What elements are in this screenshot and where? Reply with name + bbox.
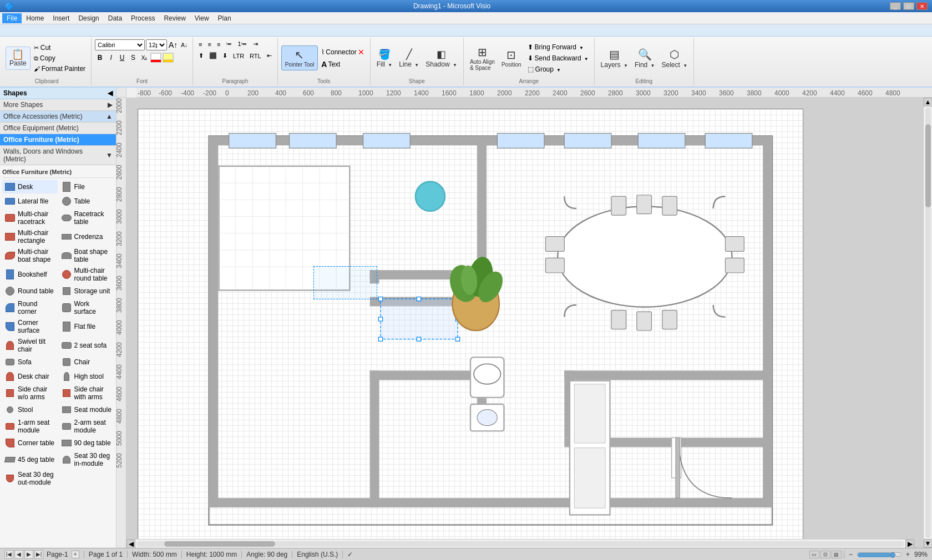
increase-font-btn[interactable]: A↑ [168, 40, 178, 50]
shape-multi-boat[interactable]: Multi-chair boat shape [2, 247, 58, 264]
decrease-font-btn[interactable]: A↓ [179, 40, 189, 50]
shape-file[interactable]: File [59, 180, 114, 194]
shape-seat-module[interactable]: Seat module [59, 403, 114, 416]
next-page-btn[interactable]: ▶ [24, 550, 33, 559]
shape-swivel-tilt[interactable]: Swivel tilt chair [2, 337, 58, 354]
subscript-button[interactable]: X₂ [139, 53, 149, 63]
shape-round-table[interactable]: Round table [2, 284, 58, 298]
find-button[interactable]: 🔍 Find ▼ [632, 46, 658, 70]
shape-desk-chair[interactable]: Desk chair [2, 370, 58, 383]
align-center-btn[interactable]: ≡ [206, 40, 214, 49]
zoom-slider[interactable] [857, 552, 901, 557]
scroll-left-btn[interactable]: ◀ [126, 539, 135, 548]
scroll-down-btn[interactable]: ▼ [924, 539, 933, 548]
h-scroll-thumb[interactable] [164, 541, 275, 547]
shape-high-stool[interactable]: High stool [59, 370, 114, 383]
menu-review[interactable]: Review [159, 13, 190, 23]
indent-btn[interactable]: ⇥ [251, 39, 260, 49]
scroll-right-btn[interactable]: ▶ [905, 539, 914, 548]
bring-forward-button[interactable]: ⬆ Bring Forward ▼ [525, 42, 591, 52]
font-name-select[interactable]: Calibri [95, 39, 145, 50]
shape-boat-table[interactable]: Boat shape table [59, 247, 114, 264]
valign-top-btn[interactable]: ⬆ [196, 51, 206, 60]
group-button[interactable]: ⬚ Group ▼ [525, 64, 591, 74]
layers-button[interactable]: ▤ Layers ▼ [598, 46, 631, 70]
maximize-btn[interactable]: □ [903, 2, 914, 10]
menu-design[interactable]: Design [74, 13, 103, 23]
page-view-btn[interactable]: ⊡ [820, 551, 830, 558]
shape-racetrack-table[interactable]: Racetrack table [59, 209, 114, 227]
valign-bot-btn[interactable]: ⬇ [220, 51, 230, 60]
text-button[interactable]: A Text [319, 59, 366, 70]
strikethrough-button[interactable]: S [128, 53, 138, 63]
sidebar-collapse-btn[interactable]: ◀ [108, 89, 113, 97]
sidebar-item-more-shapes[interactable]: More Shapes ▶ [0, 99, 116, 111]
send-backward-button[interactable]: ⬇ Send Backward ▼ [525, 53, 591, 63]
bold-button[interactable]: B [95, 53, 105, 63]
scroll-up-btn[interactable]: ▲ [924, 98, 933, 106]
prev-page-btn[interactable]: ◀ [14, 550, 23, 559]
shape-2-seat-sofa[interactable]: 2 seat sofa [59, 337, 114, 354]
shape-lateral-file[interactable]: Lateral file [2, 195, 58, 208]
menu-insert[interactable]: Insert [48, 13, 74, 23]
reading-view-btn[interactable]: ▤ [832, 551, 842, 558]
canvas-scroll[interactable]: ◀ ▶ [126, 98, 923, 548]
add-page-btn[interactable]: + [72, 551, 79, 558]
valign-mid-btn[interactable]: ⬛ [207, 51, 219, 60]
window-controls[interactable]: _ □ ✕ [890, 2, 928, 10]
v-scroll-track[interactable] [925, 108, 931, 538]
shape-sofa[interactable]: Sofa [2, 355, 58, 369]
shape-multi-racetrack[interactable]: Multi-chair racetrack [2, 209, 58, 227]
shape-45-deg-table[interactable]: 45 deg table [2, 451, 58, 469]
first-page-btn[interactable]: |◀ [4, 550, 13, 559]
sidebar-item-walls-doors[interactable]: Walls, Doors and Windows (Metric) ▼ [0, 146, 116, 165]
h-scrollbar[interactable]: ◀ ▶ [126, 539, 914, 548]
indent2-btn[interactable]: ⇤ [265, 51, 274, 60]
shape-work-surface[interactable]: Work surface [59, 299, 114, 317]
shape-chair[interactable]: Chair [59, 355, 114, 369]
cut-button[interactable]: ✂ Cut [32, 43, 88, 53]
shape-seat-30-in[interactable]: Seat 30 deg in-module [59, 451, 114, 469]
shape-table[interactable]: Table [59, 195, 114, 208]
zoom-in-btn[interactable]: + [904, 551, 912, 558]
close-btn[interactable]: ✕ [916, 2, 928, 10]
shape-side-chair-w[interactable]: Side chair with arms [59, 384, 114, 402]
font-color-btn[interactable] [150, 53, 161, 63]
italic-button[interactable]: I [106, 53, 116, 63]
menu-data[interactable]: Data [104, 13, 126, 23]
normal-view-btn[interactable]: ▭ [809, 551, 819, 558]
connector-close[interactable]: ✕ [358, 48, 364, 57]
menu-plan[interactable]: Plan [214, 13, 236, 23]
page-tab[interactable]: Page-1 [44, 551, 70, 558]
shape-side-chair-wo[interactable]: Side chair w/o arms [2, 384, 58, 402]
menu-home[interactable]: Home [22, 13, 48, 23]
line-button[interactable]: ╱ Line ▼ [396, 47, 422, 70]
v-scrollbar[interactable]: ▲ ▼ [923, 98, 932, 548]
last-page-btn[interactable]: ▶| [34, 550, 43, 559]
shape-round-corner[interactable]: Round corner [2, 299, 58, 317]
shape-credenza[interactable]: Credenza [59, 228, 114, 246]
connector-button[interactable]: ⌇ Connector ✕ [319, 47, 366, 58]
shape-multi-round[interactable]: Multi-chair round table [59, 266, 114, 283]
shape-corner-surface[interactable]: Corner surface [2, 318, 58, 335]
pointer-tool-button[interactable]: ↖ Pointer Tool [281, 45, 318, 70]
menu-process[interactable]: Process [126, 13, 159, 23]
shape-90-deg-table[interactable]: 90 deg table [59, 436, 114, 450]
numbering-btn[interactable]: 1≔ [235, 39, 249, 49]
position-button[interactable]: ⊡ Position [499, 47, 524, 69]
font-size-select[interactable]: 12pt [146, 39, 167, 50]
v-scroll-thumb[interactable] [925, 124, 931, 207]
shape-flat-file[interactable]: Flat file [59, 318, 114, 335]
canvas-inner[interactable] [138, 109, 803, 548]
shape-corner-table[interactable]: Corner table [2, 436, 58, 450]
shape-multi-rectangle[interactable]: Multi-chair rectangle [2, 228, 58, 246]
rtl-btn[interactable]: RTL [247, 52, 264, 60]
menu-file[interactable]: File [2, 13, 22, 23]
shape-stool[interactable]: Stool [2, 403, 58, 416]
sidebar-item-office-equipment[interactable]: Office Equipment (Metric) [0, 123, 116, 134]
copy-button[interactable]: ⧉ Copy [32, 53, 88, 63]
h-scroll-track[interactable] [136, 541, 904, 547]
sidebar-item-office-accessories[interactable]: Office Accessories (Metric) ▲ [0, 111, 116, 123]
shape-seat-30-out[interactable]: Seat 30 deg out-module [2, 470, 58, 487]
shape-1-arm-seat[interactable]: 1-arm seat module [2, 418, 58, 435]
